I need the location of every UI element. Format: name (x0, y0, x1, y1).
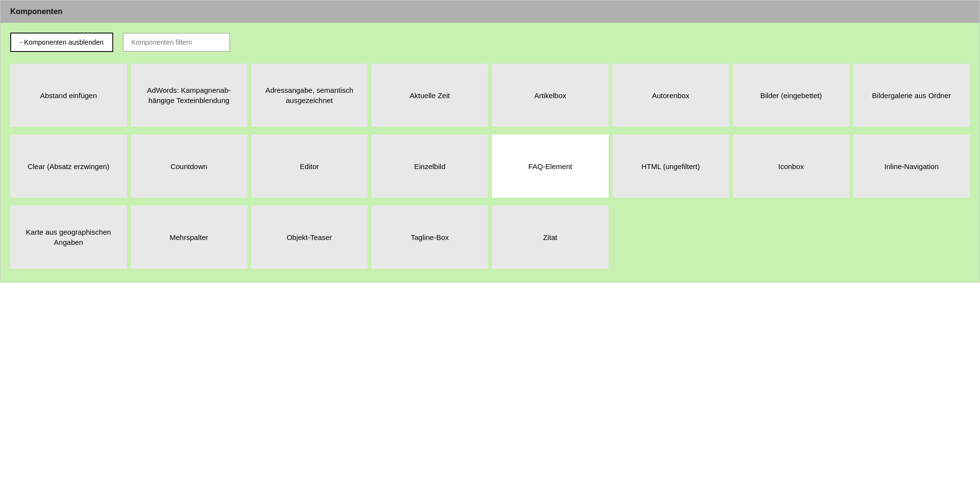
grid-row-0: Abstand einfügenAdWords: Kampagnenab­hän… (10, 64, 970, 127)
grid-row-1: Clear (Absatz erzwingen)CountdownEditorE… (10, 135, 970, 198)
toolbar: - Komponenten ausblenden (10, 33, 970, 52)
grid-item-empty1 (612, 205, 729, 269)
grid-item-tagline-box[interactable]: Tagline-Box (371, 205, 488, 269)
grid-item-objekt-teaser[interactable]: Objekt-Teaser (251, 205, 368, 269)
grid-item-html-ungefiltert[interactable]: HTML (ungefiltert) (612, 135, 729, 198)
main-container: Komponenten - Komponenten ausblenden Abs… (0, 0, 980, 283)
grid-item-empty3 (853, 205, 970, 269)
hide-components-button[interactable]: - Komponenten ausblenden (10, 33, 113, 52)
filter-input[interactable] (123, 33, 230, 51)
grid-item-bilder-eingebettet[interactable]: Bilder (eingebettet) (733, 64, 850, 127)
grid-item-zitat[interactable]: Zitat (492, 205, 609, 269)
grid-item-aktuelle-zeit[interactable]: Aktuelle Zeit (371, 64, 488, 127)
grid-item-bildergalerie-ordner[interactable]: Bildergalerie aus Ordner (853, 64, 970, 127)
header-title: Komponenten (10, 7, 63, 16)
grid-item-empty2 (733, 205, 850, 269)
grid-item-artikelbox[interactable]: Artikelbox (492, 64, 609, 127)
grid-item-iconbox[interactable]: Iconbox (733, 135, 850, 198)
grid-item-clear-absatz[interactable]: Clear (Absatz erzwingen) (10, 135, 127, 198)
grid-item-einzelbild[interactable]: Einzelbild (371, 135, 488, 198)
grid-item-adressangabe[interactable]: Adressangabe, semantisch ausgezeichnet (251, 64, 368, 127)
grid-row-2: Karte aus geo­graphischen AngabenMehrspa… (10, 205, 970, 269)
grid-item-adwords-kampagne[interactable]: AdWords: Kampagnenab­hängige Texteinblen… (131, 64, 247, 127)
header-bar: Komponenten (0, 0, 980, 23)
grid-item-inline-navigation[interactable]: Inline-Navigation (853, 135, 970, 198)
grid-item-countdown[interactable]: Countdown (131, 135, 247, 198)
grid-item-mehrspalter[interactable]: Mehrspalter (131, 205, 247, 269)
grid-container: Abstand einfügenAdWords: Kampagnenab­hän… (10, 64, 970, 269)
grid-item-editor[interactable]: Editor (251, 135, 368, 198)
grid-item-karte-geo[interactable]: Karte aus geo­graphischen Angaben (10, 205, 127, 269)
grid-item-abstand-einfuegen[interactable]: Abstand einfügen (10, 64, 127, 127)
grid-item-faq-element[interactable]: FAQ-Element (492, 135, 609, 198)
content-area: - Komponenten ausblenden Abstand einfüge… (0, 23, 980, 282)
grid-item-autorenbox[interactable]: Autorenbox (612, 64, 729, 127)
